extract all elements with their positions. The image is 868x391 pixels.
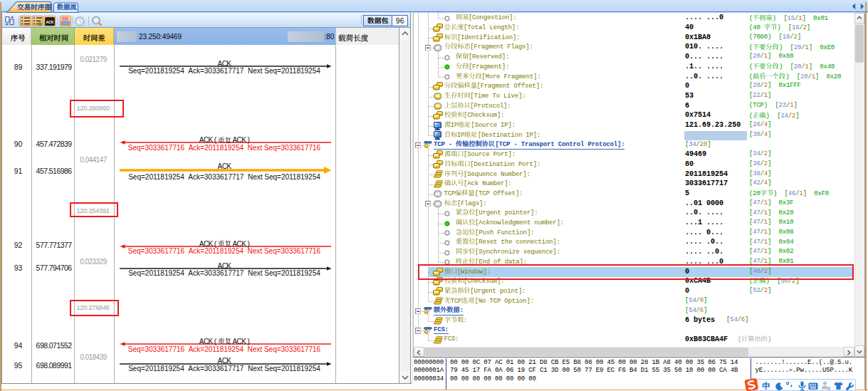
svg-text:10: 10 bbox=[827, 387, 830, 390]
svg-text:ACK: ACK bbox=[46, 19, 53, 24]
